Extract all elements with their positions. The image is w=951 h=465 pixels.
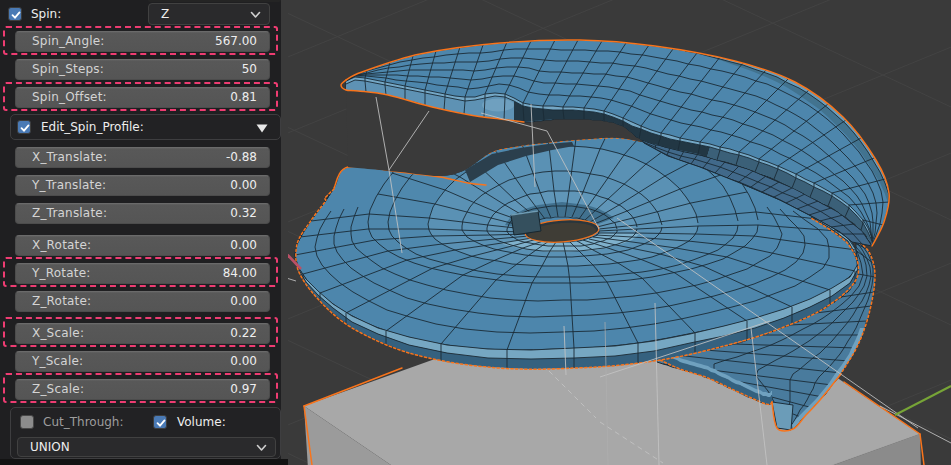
spin-label: Spin: [31,7,61,21]
edit-spin-profile-header[interactable]: Edit_Spin_Profile: [10,114,281,140]
panel-bottom-strip [0,459,288,465]
chevron-down-icon [256,444,267,452]
field-z-translate[interactable]: Z_Translate:0.32 [15,203,270,224]
field-value: 84.00 [223,266,257,280]
field-z-scale[interactable]: Z_Scale:0.97 [15,379,270,400]
field-label: Y_Scale: [32,354,83,368]
field-value: -0.88 [226,150,257,164]
spin-axis-dropdown[interactable]: Z [148,3,270,25]
field-label: Spin_Steps: [32,62,104,76]
field-value: 0.00 [230,238,257,252]
edit-spin-profile-label: Edit_Spin_Profile: [41,120,144,134]
field-value: 0.00 [230,354,257,368]
field-x-rotate[interactable]: X_Rotate:0.00 [15,235,270,256]
field-label: Z_Rotate: [32,294,91,308]
field-spin-offset[interactable]: Spin_Offset:0.81 [15,87,270,108]
field-label: X_Translate: [32,150,107,164]
field-label: Z_Translate: [32,206,107,220]
chevron-down-icon [250,11,261,19]
field-y-scale[interactable]: Y_Scale:0.00 [15,351,270,372]
field-value: 0.00 [230,294,257,308]
check-icon [155,417,167,429]
field-label: Spin_Angle: [32,34,105,48]
cut-through-label: Cut_Through: [43,415,124,429]
field-y-translate[interactable]: Y_Translate:0.00 [15,175,270,196]
viewport-3d[interactable]: .vbg{fill:#3a3a3a} .grid{stroke:#434343;… [288,0,951,465]
field-label: Y_Translate: [32,178,106,192]
field-x-translate[interactable]: X_Translate:-0.88 [15,147,270,168]
volume-label: Volume: [177,415,226,429]
boolean-mode-dropdown[interactable]: UNION [17,437,276,457]
field-spin-angle[interactable]: Spin_Angle:567.00 [15,31,270,52]
boolean-options-box: Cut_Through: Volume: UNION [10,407,281,459]
spin-checkbox[interactable] [8,7,22,21]
check-icon [10,9,22,21]
operator-panel: Spin: Z Spin_Angle:567.00 Spin_Steps:50 … [0,0,281,465]
field-label: X_Rotate: [32,238,91,252]
field-z-rotate[interactable]: Z_Rotate:0.00 [15,291,270,312]
field-label: Spin_Offset: [32,90,107,104]
triangle-down-icon [256,124,268,133]
boolean-mode-value: UNION [30,440,70,454]
field-y-rotate[interactable]: Y_Rotate:84.00 [15,263,270,284]
field-value: 0.97 [230,382,257,396]
field-value: 0.00 [230,178,257,192]
blender-window: Spin: Z Spin_Angle:567.00 Spin_Steps:50 … [0,0,951,465]
field-value: 0.81 [230,90,257,104]
edit-spin-profile-checkbox[interactable] [17,120,31,134]
field-value: 0.22 [230,326,257,340]
field-value: 0.32 [230,206,257,220]
check-icon [19,122,31,134]
cut-through-checkbox[interactable] [20,415,34,429]
field-value: 50 [242,62,257,76]
field-x-scale[interactable]: X_Scale:0.22 [15,323,270,344]
cutoff-widget [148,0,281,2]
field-label: Y_Rotate: [32,266,90,280]
field-spin-steps[interactable]: Spin_Steps:50 [15,59,270,80]
spin-axis-value: Z [161,7,169,21]
field-label: X_Scale: [32,326,84,340]
field-value: 567.00 [215,34,257,48]
volume-checkbox[interactable] [153,415,167,429]
field-label: Z_Scale: [32,382,84,396]
